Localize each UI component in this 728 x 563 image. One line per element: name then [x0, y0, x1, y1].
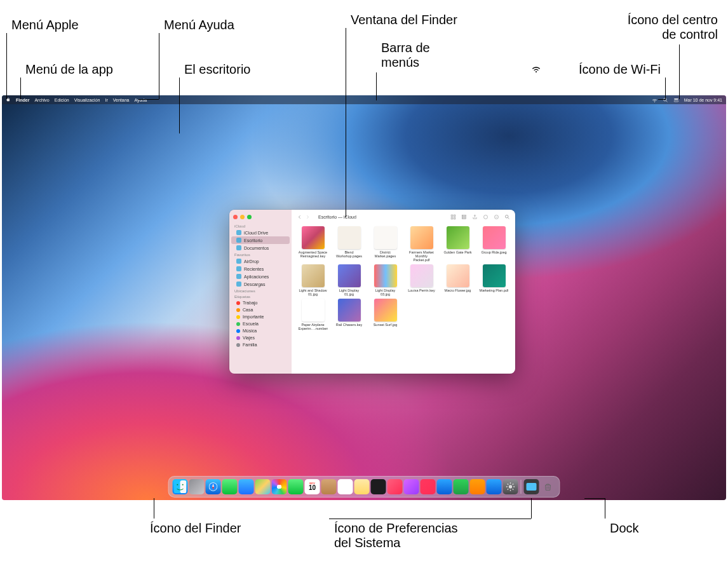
- file-item[interactable]: Light Display 01.jpg: [333, 264, 365, 296]
- svg-point-17: [177, 484, 178, 485]
- callout-control-center: Ícono del centro de control: [628, 13, 718, 42]
- search-button[interactable]: [504, 214, 510, 220]
- file-name: Farmers Market Monthly Packet.pdf: [407, 250, 436, 262]
- dock-tv-icon[interactable]: [371, 479, 386, 494]
- dock-calendar-icon[interactable]: NOV10: [305, 479, 320, 494]
- sidebar-item[interactable]: Escritorio: [231, 236, 290, 244]
- sidebar-item[interactable]: Recientes: [231, 265, 290, 273]
- dock-numbers-icon[interactable]: [454, 479, 469, 494]
- sidebar-section-header: Favoritos: [229, 252, 292, 257]
- sidebar-item-label: Casa: [243, 308, 253, 312]
- file-item[interactable]: Louisa Perrin.key: [405, 264, 438, 296]
- app-menu[interactable]: Finder: [16, 98, 29, 102]
- file-item[interactable]: Augmented Space Reimagined.key: [297, 226, 329, 262]
- file-item[interactable]: Light and Shadow 01.jpg: [297, 264, 329, 296]
- sidebar-item[interactable]: Importante: [231, 313, 290, 320]
- dock-maps-icon[interactable]: [255, 479, 271, 494]
- menu-visualizacion[interactable]: Visualización: [74, 98, 100, 102]
- close-button[interactable]: [233, 215, 238, 219]
- search-status-icon[interactable]: [663, 97, 668, 103]
- sidebar-item[interactable]: Escuela: [231, 320, 290, 327]
- dock-mail-icon[interactable]: [239, 479, 254, 494]
- file-item[interactable]: Marketing Plan.pdf: [478, 264, 510, 296]
- callout-finder-window: Ventana del Finder: [351, 13, 457, 27]
- menu-archivo[interactable]: Archivo: [34, 98, 49, 102]
- tag-dot-icon: [236, 322, 240, 326]
- back-button[interactable]: [297, 214, 302, 220]
- dock-notes-icon[interactable]: [354, 479, 370, 494]
- apple-menu-icon[interactable]: [6, 97, 11, 102]
- sidebar-item[interactable]: Documentos: [231, 244, 290, 252]
- dock-separator: [521, 480, 522, 494]
- menubar-datetime[interactable]: Mar 10 de nov 9:41: [684, 98, 722, 102]
- sidebar-item[interactable]: Familia: [231, 341, 290, 348]
- dock-pages-icon[interactable]: [470, 479, 485, 494]
- dock-keynote-icon[interactable]: [437, 479, 452, 494]
- sidebar-item-label: AirDrop: [244, 259, 259, 264]
- dock-news-icon[interactable]: [421, 479, 436, 494]
- dock-safari-icon[interactable]: [206, 479, 221, 494]
- dock-music-icon[interactable]: [388, 479, 403, 494]
- sidebar-item[interactable]: Aplicaciones: [231, 273, 290, 280]
- finder-file-grid[interactable]: Augmented Space Reimagined.keyBlend Work…: [292, 224, 515, 374]
- file-thumbnail: [410, 226, 433, 249]
- apps-icon: [236, 274, 241, 279]
- sidebar-item[interactable]: Viajes: [231, 334, 290, 341]
- tag-button[interactable]: [483, 214, 489, 220]
- dock-contacts-icon[interactable]: [321, 479, 337, 494]
- svg-rect-16: [180, 480, 187, 493]
- dock-trash-icon[interactable]: [541, 479, 556, 494]
- dock-facetime-icon[interactable]: [288, 479, 304, 494]
- file-name: Sunset Surf.jpg: [374, 323, 398, 327]
- desktop[interactable]: Finder Archivo Edición Visualización Ir …: [2, 95, 726, 500]
- file-item[interactable]: District Market.pages: [369, 226, 401, 262]
- minimize-button[interactable]: [240, 215, 245, 219]
- file-item[interactable]: Rail Chasers.key: [333, 299, 365, 330]
- file-item[interactable]: Blend Workshop.pages: [333, 226, 365, 262]
- wifi-status-icon[interactable]: [652, 97, 657, 103]
- sidebar-item[interactable]: AirDrop: [231, 257, 290, 265]
- file-item[interactable]: Paper Airplane Experim….numbers: [297, 299, 329, 330]
- dock-photos-icon[interactable]: [272, 479, 287, 494]
- dock-podcasts-icon[interactable]: [404, 479, 419, 494]
- svg-point-23: [509, 485, 512, 488]
- sidebar-item[interactable]: Trabajo: [231, 299, 290, 306]
- finder-window[interactable]: iCloudiCloud DriveEscritorioDocumentosFa…: [229, 210, 515, 374]
- sidebar-item-label: Importante: [243, 315, 264, 319]
- file-item[interactable]: Macro Flower.jpg: [442, 264, 474, 296]
- sidebar-item[interactable]: Casa: [231, 306, 290, 313]
- action-button[interactable]: [494, 214, 499, 220]
- dock-launchpad-icon[interactable]: [189, 479, 205, 494]
- menu-ayuda[interactable]: Ayuda: [134, 98, 147, 102]
- dock-finder-icon[interactable]: [173, 479, 188, 494]
- sidebar-item[interactable]: iCloud Drive: [231, 229, 290, 236]
- file-name: Light Display 01.jpg: [335, 288, 364, 296]
- file-item[interactable]: Group Ride.jpeg: [478, 226, 510, 262]
- dock-reminders-icon[interactable]: [338, 479, 353, 494]
- file-item[interactable]: Farmers Market Monthly Packet.pdf: [405, 226, 438, 262]
- share-button[interactable]: [472, 214, 478, 220]
- sidebar-item-label: Música: [243, 329, 257, 333]
- forward-button[interactable]: [305, 214, 311, 220]
- callout-desktop: El escritorio: [184, 62, 250, 77]
- file-item[interactable]: Golden Gate Park: [442, 226, 474, 262]
- file-name: Augmented Space Reimagined.key: [299, 250, 328, 258]
- doc-icon: [236, 245, 241, 250]
- control-center-icon[interactable]: [673, 97, 679, 103]
- sidebar-item[interactable]: Descargas: [231, 280, 290, 288]
- file-item[interactable]: Sunset Surf.jpg: [369, 299, 401, 330]
- dock-messages-icon[interactable]: [222, 479, 238, 494]
- dock-downloads-icon[interactable]: [524, 479, 539, 494]
- menu-edicion[interactable]: Edición: [55, 98, 69, 102]
- menu-ir[interactable]: Ir: [105, 98, 107, 102]
- wifi-icon: [531, 64, 541, 74]
- group-button[interactable]: [461, 214, 467, 220]
- dock-systemprefs-icon[interactable]: [503, 479, 518, 494]
- file-item[interactable]: Light Display 03.jpg: [369, 264, 401, 296]
- menu-ventana[interactable]: Ventana: [113, 98, 130, 102]
- zoom-button[interactable]: [247, 215, 252, 219]
- sidebar-item[interactable]: Música: [231, 327, 290, 334]
- file-thumbnail: [447, 264, 469, 287]
- dock-appstore-icon[interactable]: [487, 479, 502, 494]
- view-icon-button[interactable]: [450, 214, 456, 220]
